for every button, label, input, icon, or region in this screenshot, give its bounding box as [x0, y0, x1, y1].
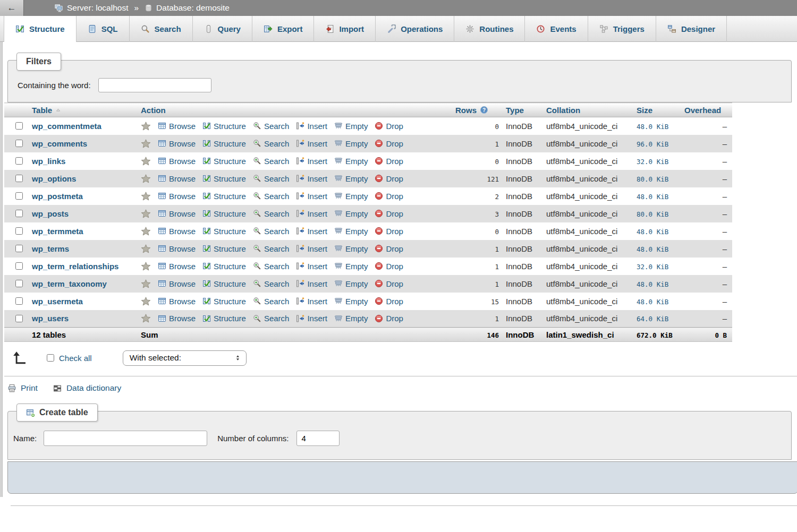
print-link[interactable]: Print	[21, 383, 38, 393]
drop-action[interactable]: Drop	[375, 227, 403, 236]
row-checkbox[interactable]	[15, 245, 23, 252]
breadcrumb-server-link[interactable]: Server: localhost	[67, 3, 128, 13]
row-checkbox[interactable]	[15, 192, 23, 200]
browse-action[interactable]: Browse	[158, 122, 196, 131]
structure-action[interactable]: Structure	[202, 139, 246, 148]
drop-action[interactable]: Drop	[375, 297, 403, 306]
favorite-star-icon[interactable]	[141, 261, 151, 271]
table-name-link[interactable]: wp_comments	[32, 139, 87, 148]
structure-action[interactable]: Structure	[202, 192, 246, 201]
number-of-columns-input[interactable]	[296, 431, 340, 446]
tab-structure[interactable]: Structure	[4, 16, 77, 42]
filter-word-input[interactable]	[98, 78, 211, 92]
table-name-link[interactable]: wp_commentmeta	[32, 122, 101, 131]
sort-by-rows-header[interactable]: Rows	[455, 106, 477, 115]
search-action[interactable]: Search	[253, 122, 290, 131]
empty-action[interactable]: Empty	[334, 157, 368, 166]
search-action[interactable]: Search	[253, 227, 290, 236]
structure-action[interactable]: Structure	[202, 244, 246, 253]
empty-action[interactable]: Empty	[334, 314, 368, 323]
row-checkbox[interactable]	[15, 122, 23, 130]
insert-action[interactable]: Insert	[296, 139, 327, 148]
browse-action[interactable]: Browse	[158, 209, 196, 218]
tab-query[interactable]: Query	[193, 16, 252, 42]
search-action[interactable]: Search	[253, 209, 290, 218]
search-action[interactable]: Search	[253, 139, 290, 148]
check-all-checkbox[interactable]	[47, 354, 54, 362]
empty-action[interactable]: Empty	[334, 262, 368, 271]
tab-import[interactable]: Import	[314, 16, 376, 42]
browse-action[interactable]: Browse	[158, 157, 196, 166]
favorite-star-icon[interactable]	[141, 174, 151, 184]
row-checkbox[interactable]	[15, 280, 23, 287]
table-name-link[interactable]: wp_links	[32, 157, 65, 166]
structure-action[interactable]: Structure	[202, 122, 246, 131]
structure-action[interactable]: Structure	[202, 262, 246, 271]
new-table-name-input[interactable]	[44, 431, 207, 446]
data-dictionary-link[interactable]: Data dictionary	[66, 383, 121, 393]
tab-search[interactable]: Search	[130, 16, 193, 42]
browse-action[interactable]: Browse	[158, 244, 196, 253]
sort-by-table-header[interactable]: Table	[32, 106, 52, 115]
empty-action[interactable]: Empty	[334, 244, 368, 253]
drop-action[interactable]: Drop	[375, 192, 403, 201]
empty-action[interactable]: Empty	[334, 139, 368, 148]
row-checkbox[interactable]	[15, 210, 23, 217]
search-action[interactable]: Search	[253, 244, 290, 253]
sort-by-type-header[interactable]: Type	[506, 106, 524, 115]
drop-action[interactable]: Drop	[375, 139, 403, 148]
structure-action[interactable]: Structure	[202, 174, 246, 183]
favorite-star-icon[interactable]	[141, 244, 151, 254]
row-checkbox[interactable]	[15, 175, 23, 182]
search-action[interactable]: Search	[253, 297, 290, 306]
structure-action[interactable]: Structure	[202, 314, 246, 323]
insert-action[interactable]: Insert	[296, 314, 327, 323]
drop-action[interactable]: Drop	[375, 209, 403, 218]
row-checkbox[interactable]	[15, 140, 23, 147]
structure-action[interactable]: Structure	[202, 157, 246, 166]
insert-action[interactable]: Insert	[296, 297, 327, 306]
table-name-link[interactable]: wp_options	[32, 174, 76, 183]
back-button[interactable]: ←	[0, 0, 24, 16]
row-checkbox[interactable]	[15, 262, 23, 270]
table-name-link[interactable]: wp_terms	[32, 244, 69, 253]
browse-action[interactable]: Browse	[158, 297, 196, 306]
favorite-star-icon[interactable]	[141, 226, 151, 236]
sort-by-collation-header[interactable]: Collation	[546, 106, 580, 115]
empty-action[interactable]: Empty	[334, 279, 368, 288]
table-name-link[interactable]: wp_posts	[32, 209, 69, 218]
insert-action[interactable]: Insert	[296, 244, 327, 253]
tab-sql[interactable]: SQL	[77, 16, 130, 42]
search-action[interactable]: Search	[253, 262, 290, 271]
insert-action[interactable]: Insert	[296, 174, 327, 183]
search-action[interactable]: Search	[253, 192, 290, 201]
row-checkbox[interactable]	[15, 227, 23, 235]
search-action[interactable]: Search	[253, 157, 290, 166]
drop-action[interactable]: Drop	[375, 279, 403, 288]
browse-action[interactable]: Browse	[158, 192, 196, 201]
tab-export[interactable]: Export	[252, 16, 315, 42]
help-icon[interactable]	[480, 106, 488, 114]
browse-action[interactable]: Browse	[158, 139, 196, 148]
table-name-link[interactable]: wp_postmeta	[32, 192, 83, 201]
insert-action[interactable]: Insert	[296, 279, 327, 288]
browse-action[interactable]: Browse	[158, 279, 196, 288]
insert-action[interactable]: Insert	[296, 157, 327, 166]
search-action[interactable]: Search	[253, 314, 290, 323]
insert-action[interactable]: Insert	[296, 262, 327, 271]
browse-action[interactable]: Browse	[158, 174, 196, 183]
empty-action[interactable]: Empty	[334, 209, 368, 218]
table-name-link[interactable]: wp_term_taxonomy	[32, 279, 107, 288]
favorite-star-icon[interactable]	[141, 313, 151, 323]
insert-action[interactable]: Insert	[296, 209, 327, 218]
browse-action[interactable]: Browse	[158, 314, 196, 323]
favorite-star-icon[interactable]	[141, 156, 151, 166]
row-checkbox[interactable]	[15, 297, 23, 305]
tab-events[interactable]: Events	[525, 16, 588, 42]
with-selected-select[interactable]: With selected:	[123, 350, 247, 366]
insert-action[interactable]: Insert	[296, 192, 327, 201]
drop-action[interactable]: Drop	[375, 157, 403, 166]
tab-routines[interactable]: Routines	[454, 16, 525, 42]
search-action[interactable]: Search	[253, 279, 290, 288]
sort-by-overhead-header[interactable]: Overhead	[684, 106, 721, 115]
